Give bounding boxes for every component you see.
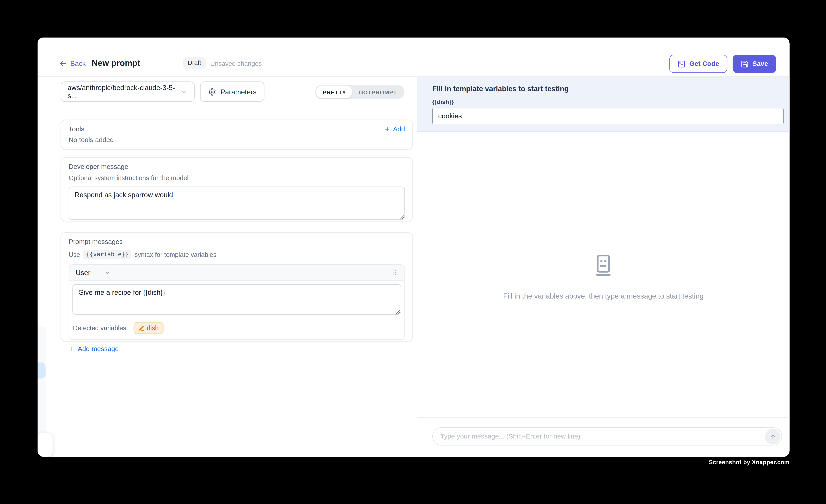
drag-handle-icon[interactable] [392,268,398,276]
arrow-up-icon [769,433,776,440]
get-code-button[interactable]: Get Code [669,55,727,73]
role-selector-value: User [76,268,90,276]
syntax-hint: Use {{variable}} syntax for template var… [69,250,405,259]
variable-badge-label: dish [147,324,159,332]
screenshot-stage: Back New prompt Draft Unsaved changes Ge… [0,0,826,504]
developer-message-textarea[interactable]: Respond as jack sparrow would [69,187,405,220]
prompt-editor-panel: aws/anthropic/bedrock-claude-3-5-s... Pa… [38,77,417,457]
plus-icon [69,346,75,352]
variable-key-label: {{dish}} [432,99,775,105]
save-icon [741,60,749,68]
tools-card: Tools Add No tools added [61,120,413,149]
variable-badge-dish[interactable]: dish [133,322,164,334]
app-header: Back New prompt Draft Unsaved changes Ge… [38,38,789,77]
add-message-label: Add message [78,345,119,353]
test-panel: Fill in template variables to start test… [417,77,789,457]
message-role-header: User [69,265,405,281]
add-tool-label: Add [393,126,405,133]
template-variables-section: Fill in template variables to start test… [417,77,789,132]
tools-empty-text: No tools added [69,136,405,144]
status-badge: Draft [183,57,206,69]
pencil-icon [138,325,144,331]
model-selector-value: aws/anthropic/bedrock-claude-3-5-s... [68,84,180,100]
back-label: Back [70,60,86,68]
message-textarea[interactable]: Give me a recipe for {{dish}} [72,284,401,315]
chat-message-input[interactable] [440,433,781,440]
message-body: Give me a recipe for {{dish}} [69,281,405,318]
save-button[interactable]: Save [732,55,776,73]
parameters-button[interactable]: Parameters [200,81,264,102]
terminal-icon [677,60,686,68]
chat-empty-text: Fill in the variables above, then type a… [417,292,789,300]
message-block: User Give me a recipe for {{dish}} [69,264,405,340]
chat-input-container [432,427,782,445]
save-label: Save [752,60,768,68]
prompt-messages-card: Prompt messages Use {{variable}} syntax … [61,232,413,341]
syntax-hint-code: {{variable}} [83,250,131,259]
developer-message-title: Developer message [69,163,405,171]
parameters-label: Parameters [220,87,256,96]
toggle-pretty[interactable]: PRETTY [316,86,353,98]
variable-value-input[interactable] [432,108,783,124]
developer-message-subtitle: Optional system instructions for the mod… [69,174,405,182]
model-selector[interactable]: aws/anthropic/bedrock-claude-3-5-s... [61,81,195,102]
chevron-down-icon [104,269,111,276]
arrow-left-icon [59,60,67,68]
plus-icon [384,126,390,132]
editor-toolbar: aws/anthropic/bedrock-claude-3-5-s... Pa… [38,77,417,107]
chevron-down-icon [180,88,188,96]
watermark-text: Screenshot by Xnapper.com [709,459,789,465]
template-variables-title: Fill in template variables to start test… [432,85,775,93]
detected-variables-label: Detected variables: [73,324,128,332]
bot-face-icon [592,253,615,277]
prompt-messages-title: Prompt messages [69,238,405,246]
tools-title: Tools [69,126,84,133]
send-button[interactable] [765,429,780,444]
role-selector[interactable]: User [76,268,111,276]
unsaved-changes-text: Unsaved changes [210,60,262,68]
gutter-popover-card [38,433,53,457]
app-window: Back New prompt Draft Unsaved changes Ge… [38,38,789,457]
page-title: New prompt [92,58,140,68]
toggle-dotprompt[interactable]: DOTPROMPT [353,86,403,98]
syntax-hint-suffix: syntax for template variables [135,251,217,258]
header-actions: Get Code Save [669,55,776,73]
add-message-button[interactable]: Add message [69,345,405,353]
detected-variables-row: Detected variables: dish [69,318,405,339]
developer-message-card: Developer message Optional system instru… [61,157,413,222]
add-tool-button[interactable]: Add [384,126,405,133]
gutter-blue-item [38,362,46,378]
chat-empty-state: Fill in the variables above, then type a… [417,253,789,300]
back-button[interactable]: Back [59,60,86,68]
chat-divider [417,417,789,418]
get-code-label: Get Code [689,60,719,68]
view-mode-toggle: PRETTY DOTPROMPT [315,85,405,99]
gear-icon [208,87,216,96]
syntax-hint-prefix: Use [69,251,80,258]
